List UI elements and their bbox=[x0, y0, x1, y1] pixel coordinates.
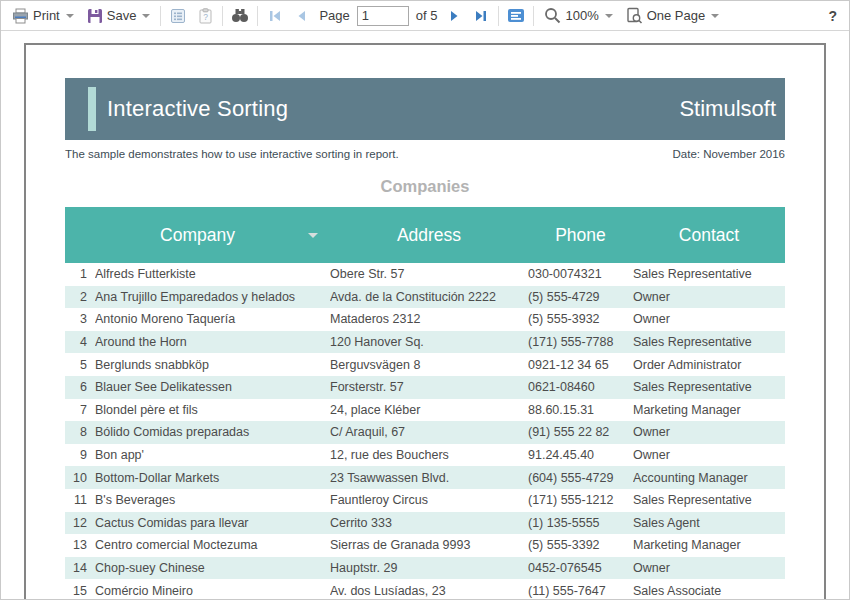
company-cell: Alfreds Futterkiste bbox=[95, 263, 330, 286]
address-cell: 24, place Kléber bbox=[330, 399, 528, 422]
table-row: 10Bottom-Dollar Markets23 Tsawwassen Blv… bbox=[65, 466, 785, 489]
contact-cell: Sales Associate bbox=[633, 579, 785, 600]
row-number-cell: 15 bbox=[65, 579, 95, 600]
phone-column-header[interactable]: Phone bbox=[528, 207, 633, 263]
phone-cell: 0452-076545 bbox=[528, 557, 633, 580]
toolbar-separator bbox=[498, 6, 499, 26]
phone-cell: (5) 555-4729 bbox=[528, 286, 633, 309]
phone-cell: (171) 555-7788 bbox=[528, 331, 633, 354]
row-number-cell: 6 bbox=[65, 376, 95, 399]
zoom-dropdown[interactable]: 100% bbox=[541, 5, 615, 26]
help-button[interactable]: ? bbox=[824, 8, 841, 24]
previous-page-button[interactable] bbox=[292, 6, 312, 26]
save-button[interactable]: Save bbox=[84, 6, 154, 26]
first-page-icon bbox=[268, 10, 282, 22]
contact-cell: Accounting Manager bbox=[633, 466, 785, 489]
address-cell: Hauptstr. 29 bbox=[330, 557, 528, 580]
binoculars-find-icon bbox=[231, 8, 249, 23]
row-number-cell: 12 bbox=[65, 512, 95, 535]
full-screen-button[interactable] bbox=[506, 6, 526, 26]
last-page-button[interactable] bbox=[471, 6, 491, 26]
address-cell: Fauntleroy Circus bbox=[330, 489, 528, 512]
company-cell: Antonio Moreno Taquería bbox=[95, 308, 330, 331]
address-cell: C/ Araquil, 67 bbox=[330, 421, 528, 444]
print-button[interactable]: Print bbox=[9, 6, 77, 26]
full-screen-icon bbox=[507, 8, 525, 23]
row-number-cell: 2 bbox=[65, 286, 95, 309]
row-number-cell: 10 bbox=[65, 466, 95, 489]
first-page-button[interactable] bbox=[265, 6, 285, 26]
table-header-row: Company Address Phone Contact bbox=[65, 207, 785, 263]
address-cell: 12, rue des Bouchers bbox=[330, 444, 528, 467]
parameters-button[interactable]: ? bbox=[195, 6, 215, 26]
companies-table: Company Address Phone Contact 1Alfreds F… bbox=[65, 207, 785, 600]
address-cell: Berguvsvägen 8 bbox=[330, 353, 528, 376]
row-number-cell: 4 bbox=[65, 331, 95, 354]
phone-cell: (5) 555-3392 bbox=[528, 534, 633, 557]
row-number-cell: 1 bbox=[65, 263, 95, 286]
last-page-icon bbox=[474, 10, 488, 22]
address-cell: Avda. de la Constitución 2222 bbox=[330, 286, 528, 309]
phone-cell: 0921-12 34 65 bbox=[528, 353, 633, 376]
chevron-down-icon bbox=[142, 14, 150, 18]
company-cell: Cactus Comidas para llevar bbox=[95, 512, 330, 535]
phone-cell: 0621-08460 bbox=[528, 376, 633, 399]
report-date: Date: November 2016 bbox=[672, 148, 785, 160]
row-number-cell: 9 bbox=[65, 444, 95, 467]
row-number-cell: 11 bbox=[65, 489, 95, 512]
address-cell: Obere Str. 57 bbox=[330, 263, 528, 286]
contact-cell: Sales Representative bbox=[633, 263, 785, 286]
sort-indicator-icon bbox=[308, 233, 318, 238]
company-cell: Bon app' bbox=[95, 444, 330, 467]
contact-cell: Order Administrator bbox=[633, 353, 785, 376]
contact-column-header[interactable]: Contact bbox=[633, 207, 785, 263]
phone-cell: (171) 555-1212 bbox=[528, 489, 633, 512]
table-row: 15Comércio MineiroAv. dos Lusíadas, 23(1… bbox=[65, 579, 785, 600]
brand-label: Stimulsoft bbox=[679, 96, 776, 122]
page-view-icon bbox=[626, 7, 643, 24]
company-cell: Blondel père et fils bbox=[95, 399, 330, 422]
row-number-cell: 8 bbox=[65, 421, 95, 444]
chevron-down-icon bbox=[605, 14, 613, 18]
contact-cell: Marketing Manager bbox=[633, 399, 785, 422]
page-label: Page bbox=[319, 8, 349, 23]
table-row: 4Around the Horn120 Hanover Sq.(171) 555… bbox=[65, 331, 785, 354]
table-row: 1Alfreds FutterkisteObere Str. 57030-007… bbox=[65, 263, 785, 286]
contact-cell: Owner bbox=[633, 444, 785, 467]
toolbar-separator bbox=[160, 6, 161, 26]
magnifier-icon bbox=[544, 7, 561, 24]
contact-cell: Marketing Manager bbox=[633, 534, 785, 557]
page-number-input[interactable] bbox=[357, 6, 409, 26]
report-title: Interactive Sorting bbox=[107, 96, 288, 122]
toolbar: Print Save bbox=[1, 1, 849, 31]
report-viewer-area: Interactive Sorting Stimulsoft The sampl… bbox=[1, 31, 849, 600]
company-cell: Chop-suey Chinese bbox=[95, 557, 330, 580]
company-cell: Centro comercial Moctezuma bbox=[95, 534, 330, 557]
phone-cell: 030-0074321 bbox=[528, 263, 633, 286]
view-mode-dropdown[interactable]: One Page bbox=[623, 5, 723, 26]
chevron-down-icon bbox=[66, 14, 74, 18]
contact-cell: Sales Agent bbox=[633, 512, 785, 535]
contact-cell: Owner bbox=[633, 286, 785, 309]
contact-cell: Owner bbox=[633, 308, 785, 331]
zoom-value: 100% bbox=[565, 8, 598, 23]
company-column-header[interactable]: Company bbox=[65, 207, 330, 263]
company-cell: Blauer See Delikatessen bbox=[95, 376, 330, 399]
contact-cell: Sales Representative bbox=[633, 331, 785, 354]
company-cell: Around the Horn bbox=[95, 331, 330, 354]
company-cell: Ana Trujillo Emparedados y helados bbox=[95, 286, 330, 309]
report-header-banner: Interactive Sorting Stimulsoft bbox=[65, 78, 785, 140]
printer-icon bbox=[12, 8, 29, 24]
address-column-header[interactable]: Address bbox=[330, 207, 528, 263]
view-mode-label: One Page bbox=[647, 8, 706, 23]
contact-cell: Sales Representative bbox=[633, 376, 785, 399]
bookmarks-button[interactable] bbox=[168, 6, 188, 26]
banner-accent-bar bbox=[88, 87, 96, 131]
save-label: Save bbox=[107, 8, 137, 23]
next-page-button[interactable] bbox=[444, 6, 464, 26]
phone-cell: 88.60.15.31 bbox=[528, 399, 633, 422]
company-cell: Berglunds snabbköp bbox=[95, 353, 330, 376]
row-number-cell: 5 bbox=[65, 353, 95, 376]
report-subline: The sample demonstrates how to use inter… bbox=[65, 148, 785, 160]
find-button[interactable] bbox=[230, 6, 250, 26]
